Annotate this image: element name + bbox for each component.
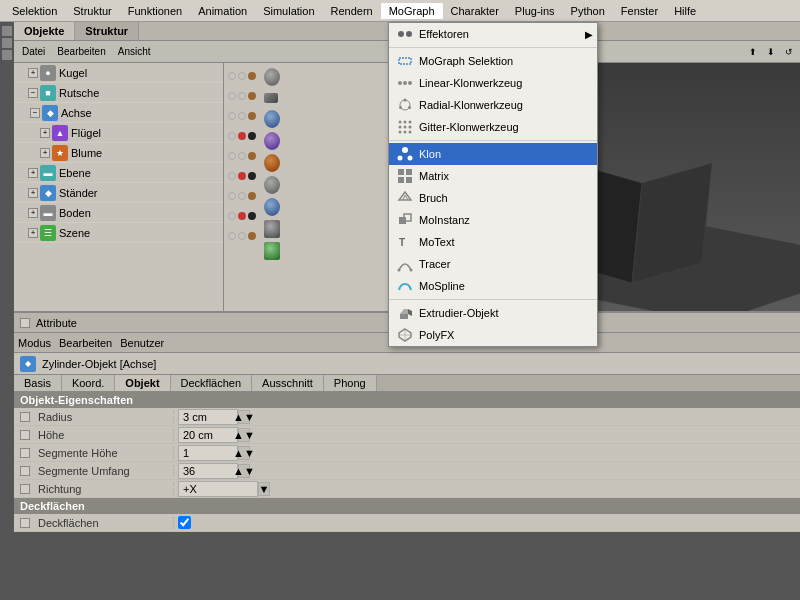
tab-basis[interactable]: Basis <box>14 375 62 391</box>
tree-row[interactable]: − ◆ Achse <box>14 103 223 123</box>
sidebar-icon-2[interactable] <box>2 38 12 48</box>
field-checkbox-seg-hohe[interactable] <box>20 448 30 458</box>
dot-color-achse[interactable] <box>248 112 256 120</box>
dot-render-boden[interactable] <box>238 212 246 220</box>
tab-objekte[interactable]: Objekte <box>14 22 75 40</box>
filter-icon[interactable]: ⬆ <box>746 45 760 59</box>
dot-color-stander[interactable] <box>248 192 256 200</box>
field-checkbox-hohe[interactable] <box>20 430 30 440</box>
dot-render-rutsche[interactable] <box>238 92 246 100</box>
menu-item-radial-klon[interactable]: Radial-Klonwerkzeug <box>389 94 597 116</box>
menu-item-gitter-klon[interactable]: Gitter-Klonwerkzeug <box>389 116 597 138</box>
tab-deckflachen[interactable]: Deckflächen <box>171 375 253 391</box>
dot-render-stander[interactable] <box>238 192 246 200</box>
menu-funktionen[interactable]: Funktionen <box>120 3 190 19</box>
menu-rendern[interactable]: Rendern <box>323 3 381 19</box>
spinner-seg-umfang[interactable]: ▲▼ <box>238 464 250 478</box>
dot-vis-szene[interactable] <box>228 232 236 240</box>
checkbox-deckflachen[interactable] <box>178 516 191 529</box>
menu-simulation[interactable]: Simulation <box>255 3 322 19</box>
menu-python[interactable]: Python <box>563 3 613 19</box>
menu-item-matrix[interactable]: Matrix <box>389 165 597 187</box>
menu-item-linear-klon[interactable]: Linear-Klonwerkzeug <box>389 72 597 94</box>
expand-blume[interactable]: + <box>40 148 50 158</box>
attr-checkbox[interactable] <box>20 318 30 328</box>
menu-charakter[interactable]: Charakter <box>443 3 507 19</box>
dot-render-kugel[interactable] <box>238 72 246 80</box>
dot-vis-achse[interactable] <box>228 112 236 120</box>
dot-color-kugel[interactable] <box>248 72 256 80</box>
expand-kugel[interactable]: + <box>28 68 38 78</box>
sub-toolbar-datei[interactable]: Datei <box>18 45 49 58</box>
field-checkbox-richtung[interactable] <box>20 484 30 494</box>
menu-item-moinstanz[interactable]: MoInstanz <box>389 209 597 231</box>
input-richtung[interactable] <box>178 481 258 497</box>
dot-render-szene[interactable] <box>238 232 246 240</box>
menu-mograph[interactable]: MoGraph <box>381 3 443 19</box>
tree-row[interactable]: + ▬ Boden <box>14 203 223 223</box>
input-hohe[interactable] <box>178 427 238 443</box>
tab-phong[interactable]: Phong <box>324 375 377 391</box>
menu-selektion[interactable]: Selektion <box>4 3 65 19</box>
tree-row[interactable]: + ★ Blume <box>14 143 223 163</box>
menu-hilfe[interactable]: Hilfe <box>666 3 704 19</box>
dot-render-blume[interactable] <box>238 152 246 160</box>
expand-boden[interactable]: + <box>28 208 38 218</box>
tab-ausschnitt[interactable]: Ausschnitt <box>252 375 324 391</box>
tab-objekt[interactable]: Objekt <box>115 375 170 391</box>
input-seg-umfang[interactable] <box>178 463 238 479</box>
dot-vis-blume[interactable] <box>228 152 236 160</box>
dot-color-blume[interactable] <box>248 152 256 160</box>
dot-vis-boden[interactable] <box>228 212 236 220</box>
tree-row[interactable]: + ▲ Flügel <box>14 123 223 143</box>
menu-animation[interactable]: Animation <box>190 3 255 19</box>
expand-ebene[interactable]: + <box>28 168 38 178</box>
menu-fenster[interactable]: Fenster <box>613 3 666 19</box>
refresh-icon[interactable]: ↺ <box>782 45 796 59</box>
sub-toolbar-bearbeiten[interactable]: Bearbeiten <box>53 45 109 58</box>
tab-struktur[interactable]: Struktur <box>75 22 139 40</box>
dot-color-szene[interactable] <box>248 232 256 240</box>
dot-vis-ebene[interactable] <box>228 172 236 180</box>
tree-row[interactable]: + ▬ Ebene <box>14 163 223 183</box>
menu-item-extrudier[interactable]: Extrudier-Objekt <box>389 302 597 324</box>
field-checkbox-deckflachen[interactable] <box>20 518 30 528</box>
attr-benutzer[interactable]: Benutzer <box>120 337 164 349</box>
field-checkbox-seg-umfang[interactable] <box>20 466 30 476</box>
dot-color-flugel[interactable] <box>248 132 256 140</box>
menu-item-mospline[interactable]: MoSpline <box>389 275 597 297</box>
expand-stander[interactable]: + <box>28 188 38 198</box>
dot-render-ebene[interactable] <box>238 172 246 180</box>
expand-rutsche[interactable]: − <box>28 88 38 98</box>
dot-vis-stander[interactable] <box>228 192 236 200</box>
spinner-seg-hohe[interactable]: ▲▼ <box>238 446 250 460</box>
expand-flugel[interactable]: + <box>40 128 50 138</box>
dot-render-flugel[interactable] <box>238 132 246 140</box>
dot-color-boden[interactable] <box>248 212 256 220</box>
dot-color-ebene[interactable] <box>248 172 256 180</box>
tree-row[interactable]: − ■ Rutsche <box>14 83 223 103</box>
menu-struktur[interactable]: Struktur <box>65 3 120 19</box>
spinner-hohe[interactable]: ▲▼ <box>238 428 250 442</box>
field-checkbox-radius[interactable] <box>20 412 30 422</box>
dot-color-rutsche[interactable] <box>248 92 256 100</box>
menu-item-klon[interactable]: Klon <box>389 143 597 165</box>
tree-row[interactable]: + ☰ Szene <box>14 223 223 243</box>
dot-vis-rutsche[interactable] <box>228 92 236 100</box>
expand-szene[interactable]: + <box>28 228 38 238</box>
dot-vis-flugel[interactable] <box>228 132 236 140</box>
tab-koord[interactable]: Koord. <box>62 375 115 391</box>
dot-vis-kugel[interactable] <box>228 72 236 80</box>
spinner-radius[interactable]: ▲▼ <box>238 410 250 424</box>
attr-modus[interactable]: Modus <box>18 337 51 349</box>
menu-item-motext[interactable]: T MoText <box>389 231 597 253</box>
tree-row[interactable]: + ● Kugel <box>14 63 223 83</box>
sidebar-icon-1[interactable] <box>2 26 12 36</box>
attr-bearbeiten[interactable]: Bearbeiten <box>59 337 112 349</box>
menu-item-polyfx[interactable]: PolyFX <box>389 324 597 346</box>
input-seg-hohe[interactable] <box>178 445 238 461</box>
menu-item-effektoren[interactable]: Effektoren ▶ <box>389 23 597 45</box>
spinner-richtung[interactable]: ▼ <box>258 482 270 496</box>
input-radius[interactable] <box>178 409 238 425</box>
menu-item-mograph-selektion[interactable]: MoGraph Selektion <box>389 50 597 72</box>
